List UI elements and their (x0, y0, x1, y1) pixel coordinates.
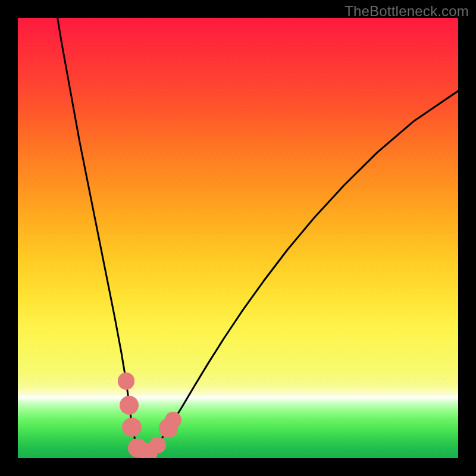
data-marker (118, 372, 134, 389)
data-marker (149, 437, 166, 453)
bottleneck-curve (58, 18, 458, 452)
chart-frame: TheBottleneck.com (0, 0, 476, 476)
curve-layer (18, 18, 458, 458)
watermark-text: TheBottleneck.com (345, 3, 469, 20)
data-marker (122, 418, 142, 437)
plot-area (18, 18, 458, 458)
